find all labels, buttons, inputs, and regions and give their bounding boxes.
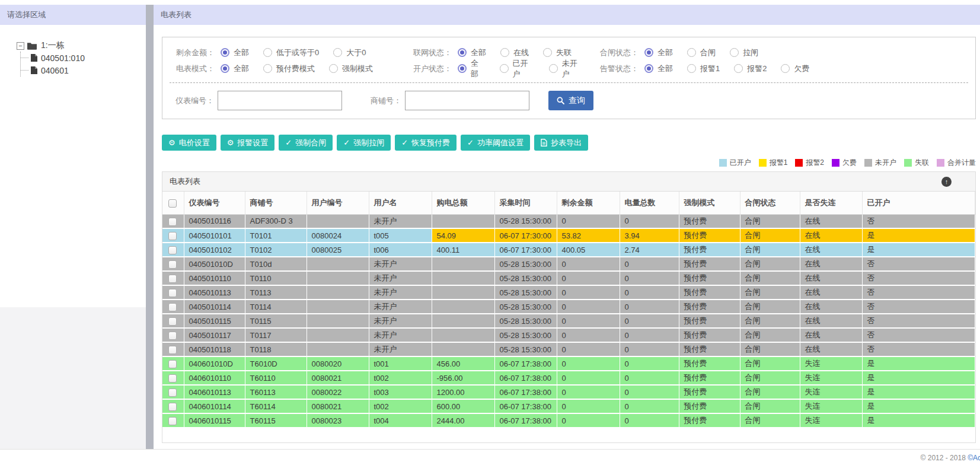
brand-link[interactable]: ©Acr [968, 454, 980, 462]
table-scroll-area[interactable]: 仪表编号商铺号用户编号用户名购电总额采集时间剩余金额电量总数强制模式合闸状态是否… [162, 192, 975, 442]
radio-icon[interactable] [549, 64, 558, 73]
toolbar-button-4[interactable]: ✓恢复预付费 [395, 135, 457, 151]
toolbar-button-6[interactable]: 抄表导出 [534, 135, 588, 151]
radio-option[interactable]: 强制模式 [329, 63, 373, 74]
row-checkbox[interactable] [168, 374, 177, 383]
table-row[interactable]: 0406010115T601150080023t0042444.0006-07 … [162, 413, 975, 428]
radio-icon[interactable] [687, 64, 696, 73]
table-cell: 失连 [800, 413, 862, 428]
table-row[interactable]: 0406010113T601130080022t0031200.0006-07 … [162, 385, 975, 399]
meter-no-input[interactable] [218, 91, 342, 110]
radio-option[interactable]: 报警1 [687, 63, 720, 74]
radio-option[interactable]: 欠费 [781, 63, 809, 74]
radio-option[interactable]: 全部 [458, 47, 486, 58]
row-checkbox[interactable] [168, 246, 177, 254]
radio-selected-icon[interactable] [644, 64, 653, 73]
table-cell [432, 271, 494, 285]
row-checkbox[interactable] [168, 275, 177, 283]
row-checkbox[interactable] [168, 232, 177, 240]
tree-node-root[interactable]: − 1:一栋 [17, 40, 146, 51]
filter-group: 告警状态：全部报警1报警2欠费 [592, 63, 818, 74]
radio-option[interactable]: 全部 [644, 47, 673, 58]
tree-node-label[interactable]: 040601 [40, 66, 69, 75]
radio-icon[interactable] [500, 64, 509, 73]
filter-group: 开户状态：全部已开户未开户 [406, 58, 592, 79]
row-checkbox[interactable] [168, 388, 177, 397]
radio-option[interactable]: 拉闸 [730, 47, 758, 58]
radio-option[interactable]: 大于0 [333, 47, 366, 58]
table-cell: 05-28 15:30:00 [494, 300, 557, 314]
radio-icon[interactable] [333, 48, 342, 57]
radio-option[interactable]: 已开户 [500, 58, 535, 79]
tree-node-label[interactable]: 1:一栋 [40, 40, 65, 51]
radio-icon[interactable] [687, 48, 696, 57]
radio-option[interactable]: 全部 [221, 47, 249, 58]
table-row[interactable]: 0405010114T0114未开户05-28 15:30:0000预付费合闸在… [162, 300, 975, 314]
radio-option[interactable]: 预付费模式 [263, 63, 315, 74]
table-row[interactable]: 0405010117T0117未开户05-28 15:30:0000预付费合闸在… [162, 328, 975, 342]
radio-option[interactable]: 报警2 [734, 63, 767, 74]
radio-icon[interactable] [781, 64, 790, 73]
toolbar-button-2[interactable]: ✓强制合闸 [279, 135, 333, 151]
filter-group-label: 开户状态： [406, 63, 452, 74]
select-all-checkbox[interactable] [168, 199, 177, 208]
app: 请选择区域 − 1:一栋 040501:010 [0, 0, 980, 449]
radio-option[interactable]: 失联 [543, 47, 572, 58]
row-checkbox[interactable] [168, 360, 177, 368]
search-button[interactable]: 查询 [548, 91, 593, 110]
row-checkbox[interactable] [168, 303, 177, 311]
table-row[interactable]: 0405010116ADF300-D 3未开户05-28 15:30:0000预… [162, 214, 975, 228]
radio-selected-icon[interactable] [221, 48, 229, 57]
radio-icon[interactable] [730, 48, 739, 57]
radio-icon[interactable] [500, 48, 509, 57]
radio-option[interactable]: 合闸 [687, 47, 716, 58]
row-checkbox[interactable] [168, 346, 177, 354]
radio-option[interactable]: 未开户 [549, 58, 584, 79]
collapse-expander-icon[interactable]: − [17, 42, 24, 50]
table-row[interactable]: 0405010118T0118未开户05-28 15:30:0000预付费合闸在… [162, 342, 975, 356]
table-cell: 合闸 [740, 285, 800, 300]
radio-option[interactable]: 全部 [221, 63, 249, 74]
table-row[interactable]: 040501010DT010d未开户05-28 15:30:0000预付费合闸在… [162, 257, 975, 271]
table-row[interactable]: 0405010102T01020080025t006400.1106-07 17… [162, 243, 975, 257]
table-row[interactable]: 0405010101T01010080024t00554.0906-07 17:… [162, 228, 975, 243]
toolbar-button-3[interactable]: ✓强制拉闸 [337, 135, 391, 151]
radio-icon[interactable] [734, 64, 743, 73]
radio-option[interactable]: 全部 [458, 58, 486, 79]
collapse-up-icon[interactable]: ↑ [941, 177, 952, 187]
row-checkbox[interactable] [168, 317, 177, 326]
radio-icon[interactable] [543, 48, 552, 57]
table-row[interactable]: 0405010110T0110未开户05-28 15:30:0000预付费合闸在… [162, 271, 975, 285]
radio-selected-icon[interactable] [458, 48, 467, 57]
row-checkbox[interactable] [168, 417, 177, 425]
tree-node-label[interactable]: 040501:010 [40, 53, 85, 63]
copyright-text: © 2012 - 2018 ©Acr [921, 454, 980, 462]
radio-selected-icon[interactable] [644, 48, 653, 57]
radio-option[interactable]: 全部 [644, 63, 673, 74]
shop-no-input[interactable] [405, 91, 529, 110]
table-row[interactable]: 040601010DT6010D0080020t001456.0006-07 1… [162, 356, 975, 371]
radio-selected-icon[interactable] [458, 64, 467, 73]
row-checkbox[interactable] [168, 218, 177, 226]
row-checkbox[interactable] [168, 332, 177, 340]
table-row[interactable]: 0406010114T601140080021t002600.0006-07 1… [162, 399, 975, 413]
table-row[interactable]: 0405010113T0113未开户05-28 15:30:0000预付费合闸在… [162, 285, 975, 300]
row-checkbox[interactable] [168, 289, 177, 297]
tree-node-leaf[interactable]: 040601 [21, 64, 146, 77]
toolbar-button-5[interactable]: ✓功率阈值设置 [461, 135, 530, 151]
tree-node-leaf[interactable]: 040501:010 [21, 52, 146, 64]
row-checkbox[interactable] [168, 403, 177, 411]
radio-option[interactable]: 低于或等于0 [263, 47, 319, 58]
toolbar-button-0[interactable]: ⚙电价设置 [162, 135, 216, 151]
toolbar-button-1[interactable]: ⚙报警设置 [221, 135, 275, 151]
radio-option[interactable]: 在线 [500, 47, 529, 58]
table-row[interactable]: 0405010115T0115未开户05-28 15:30:0000预付费合闸在… [162, 314, 975, 328]
radio-option-label: 全部 [657, 47, 673, 58]
radio-icon[interactable] [263, 48, 272, 57]
table-row[interactable]: 0406010110T601100080021t002-956.0006-07 … [162, 371, 975, 385]
radio-icon[interactable] [263, 64, 272, 73]
row-checkbox[interactable] [168, 260, 177, 269]
radio-icon[interactable] [329, 64, 338, 73]
radio-selected-icon[interactable] [221, 64, 229, 73]
column-header: 强制模式 [679, 192, 740, 214]
